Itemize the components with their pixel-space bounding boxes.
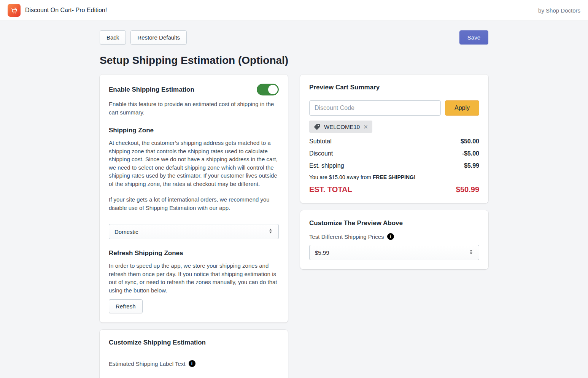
- shipping-zone-selected-value: Domestic: [114, 229, 138, 235]
- shipping-zone-select[interactable]: Domestic: [109, 224, 279, 239]
- shipping-estimation-settings-card: Enable Shipping Estimation Enable this f…: [100, 75, 288, 322]
- est-shipping-label: Est. shipping: [309, 162, 344, 169]
- discount-label: Discount: [309, 150, 333, 157]
- shipping-price-select[interactable]: $5.99: [309, 245, 479, 260]
- preview-cart-summary-card: Preview Cart Summary Apply WELCOME10 ✕ S…: [300, 75, 488, 203]
- shipping-price-selected-value: $5.99: [315, 249, 329, 256]
- estimated-shipping-label-text: Estimated Shipping Label Text: [109, 361, 186, 367]
- enable-shipping-toggle[interactable]: [257, 84, 279, 95]
- back-button[interactable]: Back: [100, 30, 126, 44]
- enable-shipping-description: Enable this feature to provide an estima…: [109, 100, 279, 116]
- app-byline: by Shop Doctors: [538, 7, 580, 14]
- est-total-row: EST. TOTAL $50.99: [309, 185, 479, 194]
- select-updown-caret-icon: [268, 228, 273, 235]
- discount-code-input[interactable]: [309, 100, 441, 116]
- select-updown-caret-icon: [469, 249, 474, 256]
- app-title: Discount On Cart- Pro Edition!: [25, 7, 107, 14]
- apply-button[interactable]: Apply: [445, 100, 479, 116]
- est-shipping-row: Est. shipping $5.99: [309, 162, 479, 169]
- subtotal-value: $50.00: [461, 138, 479, 145]
- customize-preview-card: Customize The Preview Above Test Differe…: [300, 210, 488, 269]
- est-total-value: $50.99: [456, 185, 479, 194]
- shipping-zone-paragraph-2: If your site gets a lot of international…: [109, 195, 279, 212]
- shipping-zone-heading: Shipping Zone: [109, 127, 279, 134]
- subtotal-label: Subtotal: [309, 138, 332, 145]
- est-total-label: EST. TOTAL: [309, 185, 352, 194]
- discount-value: -$5.00: [462, 150, 479, 157]
- refresh-button[interactable]: Refresh: [109, 299, 143, 313]
- customize-preview-heading: Customize The Preview Above: [309, 219, 479, 227]
- app-header: Discount On Cart- Pro Edition! by Shop D…: [0, 0, 588, 21]
- save-button[interactable]: Save: [459, 30, 488, 44]
- toolbar: Back Restore Defaults Save: [100, 30, 488, 44]
- restore-defaults-button[interactable]: Restore Defaults: [130, 30, 187, 44]
- shipping-zone-paragraph-1: At checkout, the customer’s shipping add…: [109, 139, 279, 188]
- discount-row: Discount -$5.00: [309, 150, 479, 157]
- test-shipping-prices-label: Test Different Shipping Prices: [309, 233, 384, 240]
- customize-shipping-heading: Customize Shipping Estimation: [109, 339, 279, 346]
- app-logo-cart-icon: [8, 4, 21, 17]
- customize-shipping-estimation-card: Customize Shipping Estimation Estimated …: [100, 330, 288, 378]
- preview-cart-heading: Preview Cart Summary: [309, 84, 479, 91]
- applied-discount-tag: WELCOME10 ✕: [309, 121, 372, 133]
- remove-discount-icon[interactable]: ✕: [363, 124, 368, 130]
- est-shipping-value: $5.99: [464, 162, 479, 169]
- refresh-zones-heading: Refresh Shipping Zones: [109, 249, 279, 257]
- tag-icon: [313, 123, 321, 130]
- applied-discount-code: WELCOME10: [324, 124, 360, 130]
- subtotal-row: Subtotal $50.00: [309, 138, 479, 145]
- info-icon[interactable]: [189, 360, 195, 367]
- info-icon[interactable]: [387, 233, 394, 240]
- page-title: Setup Shipping Estimation (Optional): [100, 54, 488, 67]
- free-shipping-note: You are $15.00 away from FREE SHIPPING!: [309, 174, 479, 180]
- enable-shipping-heading: Enable Shipping Estimation: [109, 86, 194, 94]
- refresh-zones-description: In order to speed up the app, we store y…: [109, 262, 279, 294]
